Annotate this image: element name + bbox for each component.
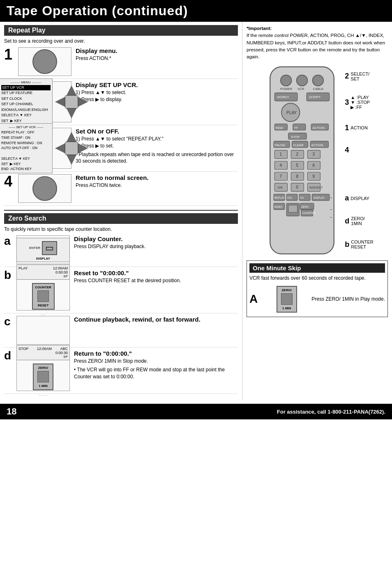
step-b-image: PLAY 12:00AM 0:00:00 SP COUNTER RESET — [16, 269, 70, 311]
dpad-right-3 — [78, 143, 88, 153]
svg-text:INDEX: INDEX — [274, 205, 283, 208]
counter-screen-b: PLAY 12:00AM 0:00:00 SP — [16, 265, 70, 280]
setup-item-repeat-play: REPEAT PLAY : OFF — [1, 130, 51, 135]
step-1-number: 1 — [4, 47, 16, 62]
step-2-text-2: 2) Press ▶ to display. — [76, 96, 238, 103]
svg-text:2: 2 — [296, 152, 299, 156]
step-b-dots: . . . — [16, 312, 70, 316]
oms-1min-label: 1 MIN — [282, 306, 291, 310]
footer-bar: 18 For assistance, call 1-800-211-PANA(7… — [0, 404, 392, 419]
step-4-desc: Return to normal screen. Press ACTION tw… — [76, 174, 238, 189]
menu-item-setup-channel: SET UP CHANNEL — [1, 101, 51, 107]
setup-screen: ------ SET UP VCR ------ REPEAT PLAY : O… — [0, 123, 53, 173]
svg-text:ACTION: ACTION — [313, 126, 325, 130]
step-c-desc: Continue playback, rewind, or fast forwa… — [74, 316, 238, 324]
svg-text:WORDY: WORDY — [277, 95, 290, 99]
step-2-heading: Display SET UP VCR. — [76, 81, 238, 88]
step-1-heading: Display menu. — [76, 47, 238, 54]
oms-step-letter: A — [249, 293, 260, 305]
step-3-note: • Playback repeats when tape end is reac… — [76, 151, 238, 165]
oms-row: A ZERO/ 1 MIN Press ZERO/ 1MIN in Play m… — [249, 284, 385, 314]
step-c-heading: Continue playback, rewind, or fast forwa… — [74, 316, 238, 323]
footer-assistance: For assistance, call 1-800-211-PANA(7262… — [277, 409, 385, 415]
step-2-text-1: 1) Press ▲▼ to select. — [76, 89, 238, 96]
oms-zero-btn: ZERO/ 1 MIN — [277, 286, 297, 313]
svg-text:CH: CH — [300, 196, 304, 199]
step-4-text: Press ACTION twice. — [76, 182, 238, 189]
svg-text:REPLAY: REPLAY — [274, 196, 285, 199]
step-3-heading: Set ON or OFF. — [76, 128, 238, 135]
svg-text:CABLE: CABLE — [313, 87, 323, 91]
svg-text:STOP: STOP — [291, 135, 300, 139]
step-d-row: d STOP 12:00AM ABC 0:00:30 SP ZE — [4, 350, 238, 394]
svg-rect-62 — [288, 205, 297, 212]
step-3-desc: Set ON or OFF. 1) Press ▲▼ to select "RE… — [76, 128, 238, 165]
svg-text:ZERO: ZERO — [301, 205, 309, 208]
dpad-center-3 — [65, 142, 78, 155]
oms-desc: VCR fast forwards over 60 seconds of rec… — [249, 275, 385, 281]
step-b-row: b PLAY 12:00AM 0:00:00 SP — [4, 269, 238, 313]
step-2-image: --------- MENU --------- SET UP VCR SET … — [18, 81, 71, 122]
counter-btn-label: COUNTER — [35, 285, 51, 289]
setup-item-select-key: SELECT:A ▼ KEY — [1, 156, 51, 161]
svg-point-2 — [297, 75, 308, 86]
step-3-text-2: 2) Press ▶ to set. — [76, 143, 238, 150]
step-a-desc: Display Counter. Press DISPLAY during pl… — [74, 235, 238, 250]
stop-screen-d: STOP 12:00AM ABC 0:00:30 SP — [16, 345, 70, 360]
menu-item-idioma: IDIOMA/LANGUE:ENGLISH — [1, 107, 51, 113]
oms-step-desc: Press ZERO/ 1MIN in Play mode. — [311, 296, 385, 302]
menu-item-setup-feature: SET UP FEATURE — [1, 90, 51, 96]
step-b-heading: Reset to "0:00:00." — [74, 269, 238, 276]
svg-text:6: 6 — [313, 163, 315, 168]
step-a-row: a ENTER ▭ DISPLAY Display Counter. Press… — [4, 235, 238, 267]
important-title: *Important: — [247, 26, 272, 31]
dpad-center-2 — [65, 95, 78, 108]
stop-mode: STOP — [18, 347, 28, 351]
step-1-row: 1 Display menu. Press ACTION.* — [4, 47, 238, 79]
dpad-control-2 — [55, 85, 88, 118]
step-c-image — [16, 316, 70, 345]
svg-text:DISPLAY: DISPLAY — [314, 196, 325, 199]
important-note: *Important: If the remote control POWER,… — [247, 25, 388, 60]
counter-mode: PLAY — [18, 266, 28, 270]
step-d-letter: d — [4, 350, 15, 361]
svg-text:ADD/DLT: ADD/DLT — [309, 186, 323, 189]
menu-screen: --------- MENU --------- SET UP VCR SET … — [0, 78, 53, 126]
svg-text:VOL: VOL — [287, 196, 293, 199]
zero-btn-1min-label: 1 MIN — [39, 384, 47, 388]
remote-label-2: 2 SELECT/SET — [345, 71, 373, 81]
setup-item-auto-shutoff: AUTO SHUT-OFF : ON — [1, 145, 51, 151]
menu-item-setup-vcr: SET UP VCR — [1, 85, 51, 91]
dpad-step3 — [53, 130, 90, 167]
step-a-heading: Display Counter. — [74, 235, 238, 242]
svg-text:8: 8 — [296, 174, 299, 179]
section-separator — [4, 210, 238, 211]
step-a-letter: a — [4, 235, 15, 247]
dpad-up-3 — [67, 132, 76, 142]
step-d-dots: . . . . . — [16, 393, 70, 396]
svg-text:COUNTER: COUNTER — [302, 212, 316, 215]
counter-reset-button: COUNTER RESET — [32, 283, 55, 310]
action-circle-button-4 — [32, 176, 57, 201]
svg-point-1 — [281, 75, 292, 86]
step-2-row: 2 --------- MENU --------- SET UP VCR SE… — [4, 81, 238, 125]
remote-label-d: d ZERO/1MIN — [345, 216, 373, 226]
one-minute-skip-section: One Minute Skip VCR fast forwards over 6… — [247, 260, 388, 317]
action-circle-button-1 — [32, 49, 57, 74]
svg-text:7: 7 — [280, 174, 282, 179]
display-label-text: DISPLAY — [19, 257, 67, 260]
setup-item-time-stamp: TIME STAMP : ON — [1, 135, 51, 140]
menu-item-set-clock: SET CLOCK — [1, 96, 51, 102]
display-enter-label: ENTER — [29, 246, 40, 250]
step-d-note: • The VCR will go into FF or REW mode an… — [74, 366, 238, 380]
counter-btn-reset-label: RESET — [38, 304, 49, 307]
dpad-right-2 — [78, 97, 88, 107]
svg-text:CLEAR: CLEAR — [293, 143, 304, 147]
counter-value: 0:00:00 — [55, 270, 68, 274]
step-1-text: Press ACTION.* — [76, 55, 238, 62]
svg-text:100: 100 — [277, 186, 283, 189]
step-d-desc: Return to "0:00:00." Press ZERO/ 1MIN in… — [74, 350, 238, 380]
remote-container: POWER VCR CABLE WORDY SCRIPT PLAY REW FF… — [247, 64, 388, 256]
remote-label-b: b COUNTERRESET — [345, 239, 373, 249]
svg-text:VCR: VCR — [297, 87, 304, 91]
